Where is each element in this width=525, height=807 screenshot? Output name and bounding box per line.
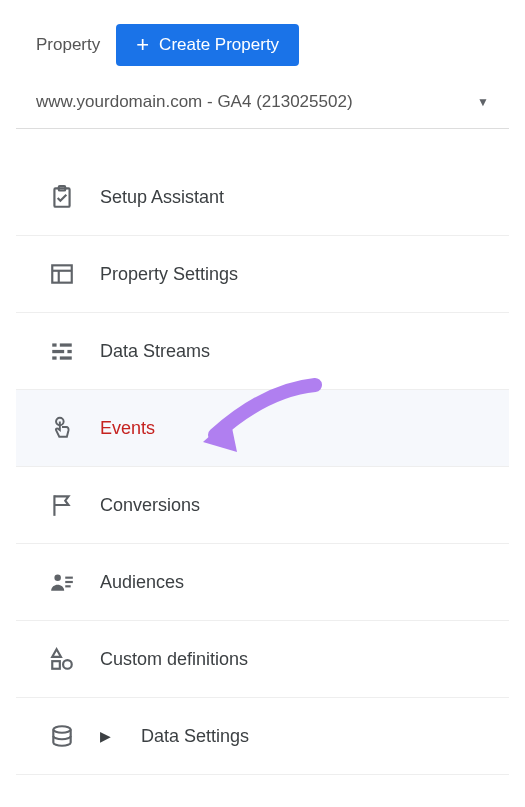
- svg-point-19: [53, 726, 70, 733]
- svg-point-18: [63, 660, 72, 669]
- expand-arrow-icon: ▶: [100, 728, 111, 744]
- menu-item-audiences[interactable]: Audiences: [16, 544, 509, 621]
- menu-item-data-streams[interactable]: Data Streams: [16, 313, 509, 390]
- menu-item-label: Audiences: [100, 572, 184, 593]
- property-selector-text: www.yourdomain.com - GA4 (213025502): [36, 92, 353, 112]
- database-icon: [48, 722, 76, 750]
- svg-rect-6: [60, 343, 72, 346]
- create-property-button[interactable]: + Create Property: [116, 24, 299, 66]
- svg-rect-7: [52, 350, 64, 353]
- menu-item-label: Property Settings: [100, 264, 238, 285]
- property-header: Property + Create Property: [16, 24, 509, 66]
- svg-rect-5: [52, 343, 56, 346]
- menu-item-label: Setup Assistant: [100, 187, 224, 208]
- svg-rect-8: [67, 350, 71, 353]
- svg-rect-15: [65, 581, 73, 583]
- menu-item-label: Data Streams: [100, 341, 210, 362]
- streams-icon: [48, 337, 76, 365]
- flag-icon: [48, 491, 76, 519]
- svg-rect-16: [65, 585, 70, 587]
- create-property-button-label: Create Property: [159, 35, 279, 55]
- property-label: Property: [36, 35, 100, 55]
- menu-item-custom-definitions[interactable]: Custom definitions: [16, 621, 509, 698]
- menu-item-label: Data Settings: [141, 726, 249, 747]
- audience-icon: [48, 568, 76, 596]
- property-selector[interactable]: www.yourdomain.com - GA4 (213025502) ▼: [16, 84, 509, 129]
- menu-item-label: Events: [100, 418, 155, 439]
- svg-point-13: [54, 574, 61, 581]
- svg-rect-10: [60, 356, 72, 359]
- menu-item-label: Conversions: [100, 495, 200, 516]
- menu-item-setup-assistant[interactable]: Setup Assistant: [16, 159, 509, 236]
- menu-item-label: Custom definitions: [100, 649, 248, 670]
- shapes-icon: [48, 645, 76, 673]
- svg-rect-2: [52, 265, 72, 282]
- menu-item-data-settings[interactable]: ▶ Data Settings: [16, 698, 509, 775]
- touch-icon: [48, 414, 76, 442]
- menu-item-events[interactable]: Events: [16, 390, 509, 467]
- property-menu: Setup Assistant Property Settings Data S…: [16, 159, 509, 775]
- menu-item-conversions[interactable]: Conversions: [16, 467, 509, 544]
- chevron-down-icon: ▼: [477, 95, 489, 109]
- layout-icon: [48, 260, 76, 288]
- plus-icon: +: [136, 34, 149, 56]
- svg-rect-9: [52, 356, 56, 359]
- clipboard-check-icon: [48, 183, 76, 211]
- svg-rect-17: [52, 661, 60, 669]
- svg-rect-14: [65, 577, 73, 579]
- menu-item-property-settings[interactable]: Property Settings: [16, 236, 509, 313]
